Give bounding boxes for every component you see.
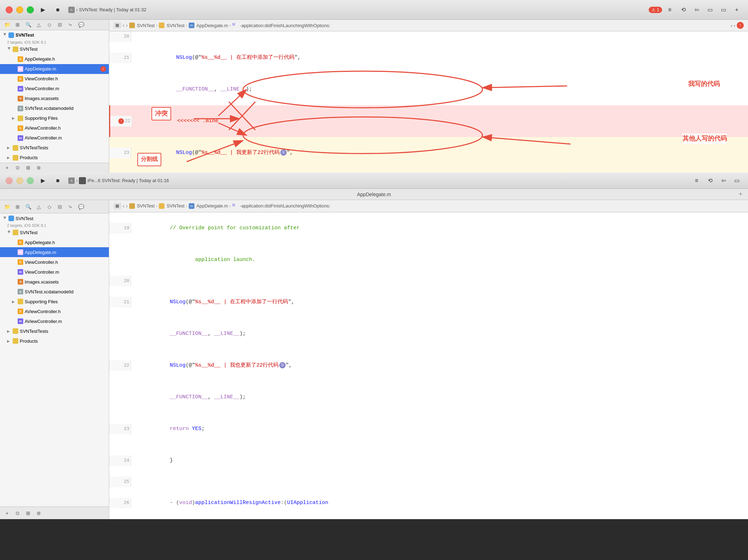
supporting-files-label: Supporting Files <box>25 116 58 121</box>
add-editor-button[interactable]: + <box>738 191 742 198</box>
bc-folder-b[interactable]: SVNTest <box>167 203 185 209</box>
sidebar-item-datamodel[interactable]: ◈ SVNTest.xcdatamodelId <box>0 104 109 113</box>
sidebar-item-aviewcontroller-m[interactable]: m AViewController.m <box>0 133 109 143</box>
sidebar-item-supporting-files[interactable]: ▶ Supporting Files <box>0 113 109 123</box>
project-bc-icon <box>129 23 135 28</box>
history-button-2[interactable]: ⟲ <box>704 175 716 186</box>
h-file-icon-3: h <box>18 125 23 131</box>
list-view-button[interactable]: ≡ <box>664 4 675 15</box>
sidebar-item-viewcontroller-m[interactable]: m ViewController.m <box>0 84 109 94</box>
list-view-button-2[interactable]: ≡ <box>691 175 702 186</box>
b-line-19b: application launch. <box>109 244 748 276</box>
project-root[interactable]: ▶ SVNTest <box>0 30 109 40</box>
circle-icon-b[interactable]: ⊚ <box>35 509 43 517</box>
xcassets-icon-b: ⊞ <box>18 279 23 285</box>
filter-icon-b[interactable]: ⊟ <box>56 203 64 211</box>
sidebar-item-images[interactable]: ⊞ Images.xcassets <box>0 94 109 104</box>
minimize-button-2[interactable] <box>16 177 23 184</box>
breadcrumb-forward[interactable]: › <box>126 22 127 29</box>
editor-view-toggle[interactable]: ⊞ <box>113 22 121 29</box>
circle-icon[interactable]: ⊚ <box>35 163 43 172</box>
sidebar-item-appdelegate-m-b[interactable]: m AppDelegate.m <box>0 247 109 257</box>
folder-icon-svntest-b <box>13 230 18 235</box>
add-tab-button[interactable]: + <box>731 4 742 15</box>
sidebar-item-svntest-b[interactable]: ▶ SVNTest <box>0 228 109 237</box>
sidebar-item-svntesttests[interactable]: ▶ SVNTestTests <box>0 143 109 153</box>
symbols-icon[interactable]: ⊞ <box>13 20 22 29</box>
add-file-button[interactable]: + <box>3 163 11 172</box>
sidebar-item-viewcontroller-h-b[interactable]: h ViewController.h <box>0 257 109 267</box>
stop-button-2[interactable]: ■ <box>52 175 63 186</box>
sidebar-item-appdelegate-m[interactable]: m AppDelegate.m ! <box>0 64 109 74</box>
sidebar-item-viewcontroller-h[interactable]: h ViewController.h <box>0 74 109 84</box>
nav-back-icon[interactable]: ‹ <box>731 22 732 29</box>
sidebar-item-supporting-files-b[interactable]: ▶ Supporting Files <box>0 297 109 306</box>
clock-icon[interactable]: ⊙ <box>13 163 22 172</box>
layout-button-2[interactable]: ▭ <box>718 4 729 15</box>
bc-back-b[interactable]: ‹ <box>123 203 124 209</box>
filter-icon[interactable]: ⊟ <box>56 20 64 29</box>
back-button[interactable]: ⇦ <box>691 4 702 15</box>
project-targets-b: 2 targets, iOS SDK 8.1 <box>0 223 109 228</box>
maximize-button-2[interactable] <box>27 177 34 184</box>
comment-icon-b[interactable]: 💬 <box>77 203 85 211</box>
minimize-button[interactable] <box>16 6 23 13</box>
sidebar-item-aviewcontroller-h-b[interactable]: h AViewController.h <box>0 306 109 316</box>
grid-icon[interactable]: ⊞ <box>24 163 32 172</box>
bc-function[interactable]: -application:didFinishLaunchingWithOptio… <box>240 23 330 28</box>
symbols-icon-b[interactable]: ⊞ <box>13 203 22 211</box>
layout-button-3[interactable]: ▭ <box>731 175 742 186</box>
sidebar-item-products-b[interactable]: ▶ Products <box>0 336 109 346</box>
search-icon[interactable]: 🔍 <box>24 20 32 29</box>
warning-icon[interactable]: △ <box>35 20 43 29</box>
play-button-2[interactable]: ▶ <box>37 175 49 186</box>
sidebar-item-appdelegate-h[interactable]: h AppDelegate.h <box>0 54 109 64</box>
add-file-button-b[interactable]: + <box>3 509 11 517</box>
layout-button-1[interactable]: ▭ <box>704 4 716 15</box>
warning-icon-b[interactable]: △ <box>35 203 43 211</box>
folder-bc-icon <box>159 23 164 28</box>
stop-button[interactable]: ■ <box>52 4 63 15</box>
history-button[interactable]: ⟲ <box>678 4 689 15</box>
sidebar-item-aviewcontroller-h[interactable]: h AViewController.h <box>0 123 109 133</box>
bookmark-icon[interactable]: ◇ <box>45 20 54 29</box>
sidebar-item-datamodel-b[interactable]: ◈ SVNTest.xcdatamodelId <box>0 287 109 297</box>
bc-project-b[interactable]: SVNTest <box>137 203 155 209</box>
branch-icon[interactable]: ⤷ <box>66 20 75 29</box>
sidebar-item-viewcontroller-m-b[interactable]: m ViewController.m <box>0 267 109 277</box>
close-button-2[interactable] <box>6 177 13 184</box>
project-targets: 2 targets, iOS SDK 8.1 <box>0 40 109 44</box>
maximize-button[interactable] <box>27 6 34 13</box>
sidebar-item-products[interactable]: ▶ Products <box>0 153 109 163</box>
sidebar-item-aviewcontroller-m-b[interactable]: m AViewController.m <box>0 316 109 326</box>
bc-folder[interactable]: SVNTest <box>167 23 185 28</box>
sidebar-item-svntest[interactable]: ▶ SVNTest <box>0 44 109 54</box>
branch-icon-b[interactable]: ⤷ <box>66 203 75 211</box>
bottom-code-editor[interactable]: 19 // Override point for customization a… <box>109 212 748 519</box>
search-icon-b[interactable]: 🔍 <box>24 203 32 211</box>
sidebar-bottom-b: + ⊙ ⊞ ⊚ <box>0 506 109 519</box>
back-button-2[interactable]: ⇦ <box>718 175 729 186</box>
folder-icon[interactable]: 📁 <box>3 20 11 29</box>
bc-fwd-b[interactable]: › <box>126 203 127 209</box>
bc-function-b[interactable]: -application:didFinishLaunchingWithOptio… <box>240 203 330 209</box>
sidebar-item-svntesttests-b[interactable]: ▶ SVNTestTests <box>0 326 109 336</box>
sidebar-item-images-b[interactable]: ⊞ Images.xcassets <box>0 277 109 287</box>
breadcrumb-back[interactable]: ‹ <box>123 22 124 29</box>
grid-icon-b[interactable]: ⊞ <box>24 509 32 517</box>
comment-icon[interactable]: 💬 <box>77 20 85 29</box>
sidebar-item-appdelegate-h-b[interactable]: h AppDelegate.h <box>0 237 109 247</box>
bookmark-icon-b[interactable]: ◇ <box>45 203 54 211</box>
project-root-b[interactable]: ▶ SVNTest <box>0 213 109 223</box>
top-code-editor[interactable]: 20 21 NSLog(@"%s__%d__ | 在工程中添加了一行代码", _… <box>109 31 748 173</box>
play-button[interactable]: ▶ <box>37 4 49 15</box>
bc-project[interactable]: SVNTest <box>137 23 155 28</box>
editor-view-toggle-b[interactable]: ⊞ <box>113 203 121 209</box>
clock-icon-b[interactable]: ⊙ <box>13 509 22 517</box>
bc-file-b[interactable]: AppDelegate.m <box>197 203 228 209</box>
folder-icon-b[interactable]: 📁 <box>3 203 11 211</box>
nav-forward-icon[interactable]: › <box>734 22 735 29</box>
close-button[interactable] <box>6 6 13 13</box>
bc-file[interactable]: AppDelegate.m <box>197 23 228 28</box>
m-icon-b1: m <box>18 249 23 255</box>
